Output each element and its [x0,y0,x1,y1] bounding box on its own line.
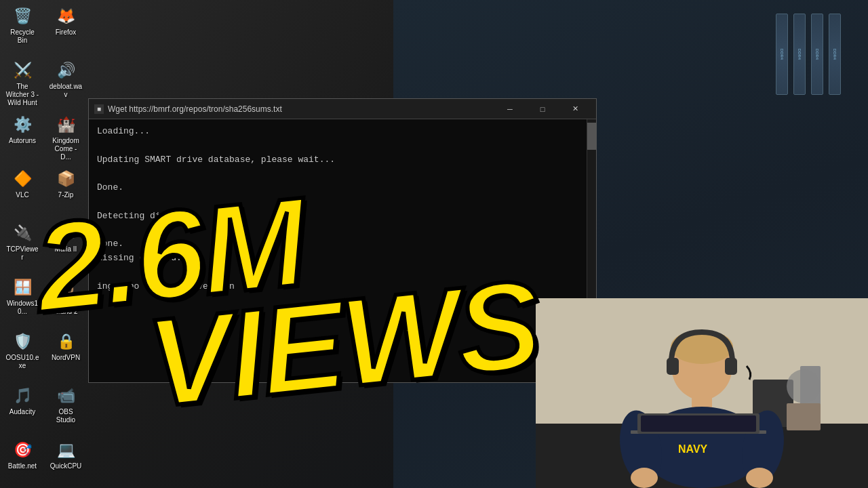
icon-label-debloat: debloat.wav [49,83,83,99]
desktop-icon-autoruns[interactable]: ⚙️ Autoruns [3,111,42,164]
desktop-icon-mafia2[interactable]: 🎮 Mafia II [46,220,85,272]
terminal-line: Missing operand. [97,251,588,266]
icon-label-tcpviewer: TCPViewer [5,245,39,262]
desktop-icon-7zip[interactable]: 📦 7-Zip [46,165,85,218]
desktop-icon-obs[interactable]: 📹 OBS Studio [46,382,85,435]
desktop-icon-monkey-island[interactable]: 🐒 Monkey Island 2 [46,274,85,327]
icon-label-kingdom-come: Kingdom Come - D... [49,137,83,161]
terminal-line: Done. [97,237,588,251]
terminal-title: Wget https://bmrf.org/repos/tron/sha256s… [108,104,494,114]
icon-image-quickcpu: 💻 [55,439,77,461]
desktop-icon-recycle-bin[interactable]: 🗑️ Recycle Bin [3,3,42,56]
desktop-icons-grid: 🗑️ Recycle Bin 🦊 Firefox ⚔️ The Witcher … [0,0,88,488]
desktop-icon-quickcpu[interactable]: 💻 QuickCPU [46,436,85,488]
webcam-inset: NAVY [536,298,868,488]
desktop-icon-nordvpn[interactable]: 🔒 NordVPN [46,328,85,381]
svg-rect-7 [667,358,679,375]
terminal-line [97,167,588,181]
icon-image-audacity: 🎵 [12,385,33,407]
desktop-icon-tcpviewer[interactable]: 🔌 TCPViewer [3,220,42,272]
icon-image-recycle-bin: 🗑️ [12,5,33,27]
terminal-line [97,139,588,153]
icon-image-witcher3: ⚔️ [12,60,33,81]
terminal-line: ing repo for updat version [97,280,588,294]
desktop-icon-audacity[interactable]: 🎵 Audacity [3,382,42,435]
desktop-icon-battlenet[interactable]: 🎯 Battle.net [3,436,42,488]
desktop-icon-kingdom-come[interactable]: 🏰 Kingdom Come - D... [46,111,85,164]
icon-image-kingdom-come: 🏰 [55,114,77,136]
ram-stick-4 [829,14,841,95]
terminal-line: Detecting disks... [97,209,588,224]
desktop-icon-windows10[interactable]: 🪟 Windows10... [3,274,42,327]
ram-stick-1 [776,14,788,95]
icon-image-vlc2: 🔶 [12,168,33,190]
icon-image-debloat: 🔊 [55,60,77,81]
svg-text:NAVY: NAVY [678,443,708,455]
icon-label-audacity: Audacity [9,408,35,416]
desktop-icon-vlc2[interactable]: 🔶 VLC [3,165,42,218]
icon-label-firefox: Firefox [56,28,77,37]
icon-label-nordvpn: NordVPN [52,354,80,362]
desktop-icon-firefox[interactable]: 🦊 Firefox [46,3,85,56]
icon-image-firefox: 🦊 [55,5,77,27]
ram-stick-2 [793,14,806,95]
icon-image-oosu10: 🛡️ [12,331,33,352]
terminal-window: ■ Wget https://bmrf.org/repos/tron/sha25… [88,98,597,383]
terminal-line [97,266,588,280]
icon-image-monkey-island: 🐒 [55,277,77,298]
desktop-icon-witcher3[interactable]: ⚔️ The Witcher 3 - Wild Hunt [3,57,42,110]
icon-image-battlenet: 🎯 [12,439,33,461]
terminal-body: Loading... Updating SMART drive database… [89,119,596,382]
window-controls: ─ □ ✕ [494,100,591,119]
maximize-button[interactable]: □ [527,100,558,119]
terminal-line [97,195,588,209]
desktop-icon-oosu10[interactable]: 🛡️ OOSU10.exe [3,328,42,381]
icon-label-recycle-bin: Recycle Bin [5,28,39,45]
ram-stick-3 [811,14,823,95]
icon-label-7zip: 7-Zip [58,191,74,199]
icon-image-obs: 📹 [55,385,77,407]
svg-rect-18 [641,415,756,432]
minimize-button[interactable]: ─ [494,100,526,119]
svg-point-15 [746,468,773,488]
svg-rect-19 [787,403,821,430]
terminal-line [97,224,588,238]
icon-image-7zip: 📦 [55,168,77,190]
terminal-icon: ■ [94,104,104,114]
svg-point-20 [787,369,821,403]
icon-label-vlc2: VLC [16,191,28,199]
scrollbar-thumb[interactable] [587,123,596,150]
close-button[interactable]: ✕ [559,100,591,119]
ram-decoration [776,14,841,95]
icon-label-monkey-island: Monkey Island 2 [49,300,83,316]
icon-image-mafia2: 🎮 [55,222,77,244]
icon-label-quickcpu: QuickCPU [50,462,82,470]
icon-image-tcpviewer: 🔌 [12,222,33,244]
svg-rect-8 [725,358,737,375]
terminal-titlebar: ■ Wget https://bmrf.org/repos/tron/sha25… [89,99,596,119]
icon-image-autoruns: ⚙️ [12,114,33,136]
terminal-line: Updating SMART drive database, please wa… [97,153,588,167]
icon-label-autoruns: Autoruns [9,137,36,145]
icon-label-windows10: Windows10... [5,300,39,316]
svg-point-14 [631,468,658,488]
icon-label-mafia2: Mafia II [55,245,77,253]
terminal-line: Loading... [97,125,588,139]
icon-label-obs: OBS Studio [49,408,83,424]
icon-label-oosu10: OOSU10.exe [5,354,39,370]
icon-label-witcher3: The Witcher 3 - Wild Hunt [5,83,39,107]
icon-image-nordvpn: 🔒 [55,331,77,352]
icon-image-windows10: 🪟 [12,277,33,298]
terminal-line: Done. [97,181,588,195]
webcam-person-svg: NAVY [536,298,868,488]
icon-label-battlenet: Battle.net [8,462,37,470]
desktop-icon-debloat[interactable]: 🔊 debloat.wav [46,57,85,110]
